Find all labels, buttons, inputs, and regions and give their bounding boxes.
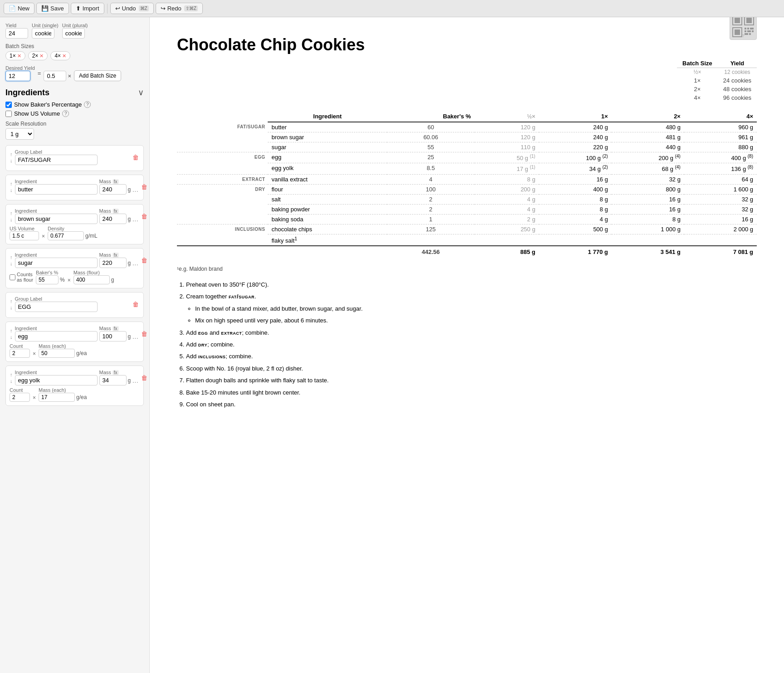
us-volume-checkbox[interactable] [5, 111, 12, 117]
move-down-sugar[interactable]: ↓ [10, 260, 13, 267]
scale-resolution-select[interactable]: 1 g 0.1 g 0.5 g 5 g [5, 128, 34, 140]
import-button[interactable]: ⬆ Import [71, 3, 104, 14]
counts-as-flour-checkbox[interactable] [10, 274, 15, 280]
move-up-egg-group[interactable]: ↑ [10, 298, 13, 304]
egg-count-row: Count × Mass (each) g/ea [10, 343, 140, 358]
egg-yolk-mass-input[interactable] [99, 375, 127, 385]
butter-more-button[interactable]: … [132, 186, 138, 193]
delete-egg-yolk-button[interactable]: 🗑 [140, 373, 148, 382]
total-4x: 7 081 g [684, 246, 757, 257]
egg-mass-each-label: Mass (each) [39, 343, 87, 349]
egg-1x-note: (2) [603, 154, 608, 159]
move-down-egg-group[interactable]: ↓ [10, 304, 13, 311]
batch-chip-2x-remove[interactable]: ✕ [39, 53, 44, 59]
bakers-pct-help-icon[interactable]: ? [84, 101, 91, 108]
move-up-brown-sugar[interactable]: ↑ [10, 210, 13, 216]
sugar-fx-btn[interactable]: fx [113, 253, 119, 258]
add-batch-button[interactable]: Add Batch Size [74, 70, 121, 81]
egg-half-note: (1) [530, 154, 535, 159]
svg-rect-9 [745, 30, 746, 32]
butter-fx-btn[interactable]: fx [113, 179, 119, 184]
svg-rect-13 [749, 33, 751, 35]
egg-fx-btn[interactable]: fx [113, 326, 119, 331]
egg-mass-each-input[interactable] [39, 349, 75, 358]
delete-sugar-button[interactable]: 🗑 [140, 256, 148, 265]
delete-egg-button[interactable]: 🗑 [140, 329, 148, 338]
bakers-pct-checkbox[interactable] [5, 102, 12, 108]
batch-chip-1x-remove[interactable]: ✕ [17, 53, 21, 59]
ingredients-table: Ingredient Baker's % ½× 1× 2× 4× FAT/SUG… [177, 111, 757, 257]
ingredient-egg-row: ↑ ↓ Ingredient Mass fx g … [10, 326, 140, 341]
sugar-mass-input[interactable] [99, 258, 127, 268]
move-down-brown-sugar[interactable]: ↓ [10, 216, 13, 223]
ingredient-egg-input[interactable] [15, 331, 98, 341]
flaky-salt-pct [387, 234, 475, 246]
batch-chip-4x-remove[interactable]: ✕ [62, 53, 66, 59]
delete-butter-button[interactable]: 🗑 [140, 182, 148, 191]
batch-yield-table: Batch Size Yield ½× 12 cookies 1× 24 coo… [677, 59, 757, 102]
salt-half: 4 g [475, 194, 539, 204]
us-volume-help-icon[interactable]: ? [62, 110, 69, 117]
brown-sugar-density-input[interactable] [48, 231, 84, 240]
egg-yolk-mass-each-unit: g/ea [76, 394, 87, 400]
move-up-sugar[interactable]: ↑ [10, 254, 13, 260]
save-icon: 💾 [41, 5, 49, 12]
move-up-fat-sugar[interactable]: ↑ [10, 151, 13, 157]
vanilla-extract-half: 8 g [475, 174, 539, 184]
redo-button[interactable]: ↪ Redo ⇧⌘Z [156, 3, 203, 14]
unit-plural-input[interactable] [62, 28, 85, 39]
egg-yolk-count-input[interactable] [10, 393, 30, 402]
ingredient-butter-input[interactable] [15, 184, 98, 195]
svg-rect-1 [735, 18, 740, 23]
batch-size-input[interactable] [44, 71, 66, 81]
sugar-mass-flour-input[interactable] [74, 275, 110, 284]
undo-button[interactable]: ↩ Undo ⌘Z [110, 3, 154, 14]
brown-sugar-mass-input[interactable] [99, 214, 127, 224]
move-down-butter[interactable]: ↓ [10, 187, 13, 193]
move-down-egg-yolk[interactable]: ↓ [10, 378, 13, 384]
move-up-egg[interactable]: ↑ [10, 327, 13, 334]
group-extract-label: EXTRACT [177, 174, 268, 184]
baking-soda-1x: 4 g [539, 214, 612, 224]
collapse-button[interactable]: ∨ [138, 88, 144, 98]
brown-sugar-fx-btn[interactable]: fx [113, 209, 119, 214]
ingredient-sugar-input[interactable] [15, 258, 98, 268]
move-up-butter[interactable]: ↑ [10, 180, 13, 187]
scale-resolution-row: Scale Resolution 1 g 0.1 g 0.5 g 5 g [5, 121, 144, 140]
baking-powder-1x: 8 g [539, 204, 612, 214]
egg-mass-input[interactable] [99, 331, 127, 341]
sugar-more-button[interactable]: … [132, 259, 138, 267]
egg-2x: 200 g (4) [612, 152, 684, 163]
delete-egg-group-button[interactable]: 🗑 [132, 300, 140, 309]
batch-size-header: Batch Size [677, 59, 718, 68]
group-fat-sugar-input[interactable] [15, 155, 98, 165]
sugar-mass-flour-unit: g [111, 277, 114, 283]
instruction-7: Flatten dough balls and sprinkle with fl… [186, 375, 757, 385]
desired-yield-input[interactable] [5, 71, 30, 81]
delete-fat-sugar-button[interactable]: 🗑 [132, 153, 140, 162]
move-down-fat-sugar[interactable]: ↓ [10, 157, 13, 164]
unit-single-input[interactable] [32, 28, 54, 39]
brown-sugar-us-volume-input[interactable] [10, 231, 39, 240]
ingredient-brown-sugar-input[interactable] [15, 214, 98, 224]
egg-yolk-fx-btn[interactable]: fx [113, 370, 119, 375]
yield-input[interactable] [5, 28, 28, 39]
butter-mass-input[interactable] [99, 184, 127, 195]
group-egg-input[interactable] [15, 302, 98, 312]
ingredient-egg-yolk-input[interactable] [15, 375, 98, 385]
instruction-3-egg: egg [198, 329, 208, 336]
new-button[interactable]: 📄 New [4, 3, 34, 14]
baking-powder-name: baking powder [268, 204, 387, 214]
delete-brown-sugar-button[interactable]: 🗑 [140, 212, 148, 221]
egg-more-button[interactable]: … [132, 333, 138, 340]
instruction-1: Preheat oven to 350°F (180°C). [186, 279, 757, 290]
brown-sugar-more-button[interactable]: … [132, 215, 138, 223]
egg-yolk-more-button[interactable]: … [132, 377, 138, 384]
sugar-bakers-pct-input[interactable] [36, 275, 59, 284]
move-up-egg-yolk[interactable]: ↑ [10, 371, 13, 378]
egg-yolk-mass-each-input[interactable] [39, 393, 75, 402]
save-button[interactable]: 💾 Save [36, 3, 69, 14]
move-down-egg[interactable]: ↓ [10, 334, 13, 340]
batch-4x-yield: 96 cookies [718, 93, 757, 102]
egg-count-input[interactable] [10, 349, 30, 358]
